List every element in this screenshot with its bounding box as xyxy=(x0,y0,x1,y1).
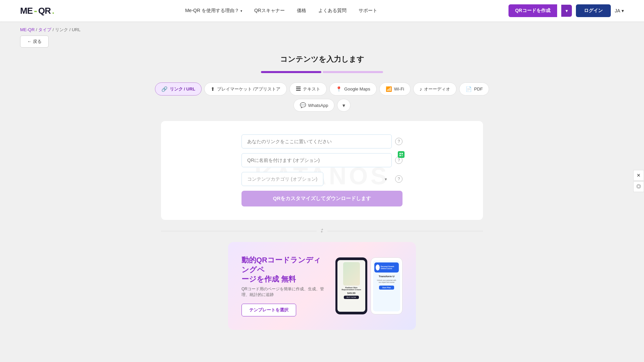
breadcrumb-current: リンク / URL xyxy=(55,27,80,32)
progress-step-2 xyxy=(323,71,383,73)
banner-description: QRコード用のページを簡単に作成、生成、管理、統計的に追跡 xyxy=(241,286,325,298)
tab-text[interactable]: ☰ テキスト xyxy=(289,82,327,96)
name-input-row: ? xyxy=(241,153,402,167)
phone-avatar xyxy=(376,264,380,270)
breadcrumb-link-type[interactable]: タイプ xyxy=(38,27,51,32)
close-icon: ✕ xyxy=(637,173,641,178)
download-button[interactable]: QRをカスタマイズしてダウンロードします xyxy=(241,191,402,206)
pdf-icon: 📄 xyxy=(466,86,472,92)
map-icon: 📍 xyxy=(336,86,342,92)
progress-step-1 xyxy=(261,71,321,73)
nav-pricing[interactable]: 価格 xyxy=(297,8,306,14)
phone-buy-button: BUY NOW xyxy=(344,296,359,299)
svg-rect-4 xyxy=(402,154,402,154)
chevron-down-icon: ▾ xyxy=(566,8,568,13)
main-content: ← 戻る コンテンツを入力します 🔗 リンク / URL ⬆ プレイマーケット … xyxy=(0,36,644,343)
wifi-icon: 📶 xyxy=(386,86,392,92)
phone-product-title: Radiant Skin Rejuvenation Cream xyxy=(339,287,364,291)
type-tabs-row2: 💬 WhatsApp ▾ xyxy=(20,99,624,112)
svg-rect-9 xyxy=(402,156,403,157)
banner-text: 動的QRコードランディングペ ージを作成 無料 QRコード用のページを簡単に作成… xyxy=(241,255,325,316)
category-help-icon[interactable]: ? xyxy=(395,175,402,183)
login-button[interactable]: ログイン xyxy=(576,4,611,17)
create-qr-button[interactable]: QRコードを作成 xyxy=(508,4,557,17)
tab-google-maps[interactable]: 📍 Google Maps xyxy=(329,82,376,96)
qr-small-icon xyxy=(398,151,405,158)
page-title: コンテンツを入力します xyxy=(20,54,624,64)
feedback-close-button[interactable]: ✕ xyxy=(633,170,644,181)
tab-whatsapp[interactable]: 💬 WhatsApp xyxy=(293,99,335,112)
text-icon: ☰ xyxy=(296,86,301,92)
nav-scanner[interactable]: QRスキャナー xyxy=(254,8,285,14)
breadcrumb: ME-QR / タイプ / リンク / URL xyxy=(0,21,644,36)
phone-price: $49.99 xyxy=(347,292,355,295)
back-button[interactable]: ← 戻る xyxy=(20,36,49,48)
svg-rect-3 xyxy=(400,154,400,154)
upload-icon: ⬆ xyxy=(211,86,215,92)
url-help-icon[interactable]: ? xyxy=(395,138,402,145)
phone-mock-2: Personal Growth Online Course Transform … xyxy=(371,257,402,314)
nav-faq[interactable]: よくある質問 xyxy=(318,8,346,14)
chevron-down-icon: ▾ xyxy=(342,102,345,109)
chevron-down-icon: ▾ xyxy=(240,9,242,13)
nav-why[interactable]: Me-QR を使用する理由？ ▾ xyxy=(185,8,242,14)
phone-product-image xyxy=(343,262,360,286)
link-icon: 🔗 xyxy=(161,86,168,92)
feedback-widget: ✕ ◎ xyxy=(633,170,644,192)
url-input-row: ? xyxy=(241,134,402,148)
breadcrumb-link-meqr[interactable]: ME-QR xyxy=(20,27,35,32)
banner-title: 動的QRコードランディングペ ージを作成 無料 xyxy=(241,255,325,284)
divider-line-right xyxy=(327,231,483,231)
more-tabs-button[interactable]: ▾ xyxy=(337,99,351,112)
language-selector[interactable]: JA ▾ xyxy=(615,8,624,13)
feedback-target-button[interactable]: ◎ xyxy=(633,181,644,192)
banner-section: 動的QRコードランディングペ ージを作成 無料 QRコード用のページを簡単に作成… xyxy=(228,242,416,330)
category-select-wrapper: コンテンツカテゴリ (オプション) xyxy=(241,172,392,186)
tab-audio[interactable]: ♪ オーーディオ xyxy=(413,82,457,96)
svg-rect-6 xyxy=(401,155,402,156)
form-area: KATANOS ? xyxy=(161,121,483,220)
banner-phones: Radiant Skin Rejuvenation Cream $49.99 B… xyxy=(335,257,402,314)
qr-name-input[interactable] xyxy=(241,153,392,167)
svg-rect-5 xyxy=(400,156,400,156)
progress-bar xyxy=(20,71,624,73)
logo[interactable]: ME-QR. xyxy=(20,5,54,16)
tab-link-url[interactable]: 🔗 リンク / URL xyxy=(155,82,202,96)
form-inner: ? xyxy=(241,134,402,206)
tab-pdf[interactable]: 📄 PDF xyxy=(459,82,489,96)
category-select[interactable]: コンテンツカテゴリ (オプション) xyxy=(241,172,323,186)
target-icon: ◎ xyxy=(636,184,641,190)
phone-body-text: Transform U Unlock your potential with o… xyxy=(374,274,399,285)
audio-icon: ♪ xyxy=(420,86,422,92)
type-tabs-row1: 🔗 リンク / URL ⬆ プレイマーケット /アプリストア ☰ テキスト 📍 … xyxy=(20,82,624,96)
main-nav: Me-QR を使用する理由？ ▾ QRスキャナー 価格 よくある質問 サポート xyxy=(185,8,377,14)
chevron-down-icon: ▾ xyxy=(622,8,624,13)
phone-mock-1: Radiant Skin Rejuvenation Cream $49.99 B… xyxy=(335,257,367,314)
tab-wifi[interactable]: 📶 Wi-Fi xyxy=(379,82,411,96)
nav-support[interactable]: サポート xyxy=(359,8,377,14)
divider-icon: ⇄ xyxy=(317,228,327,234)
phone-cta-button: Start Plan xyxy=(379,286,394,290)
banner-template-button[interactable]: テンプレートを選択 xyxy=(241,304,296,316)
svg-rect-7 xyxy=(402,155,403,156)
svg-rect-8 xyxy=(401,156,402,157)
url-input[interactable] xyxy=(241,134,392,148)
divider: ⇄ xyxy=(161,228,483,234)
tab-appstore[interactable]: ⬆ プレイマーケット /アプリストア xyxy=(204,82,287,96)
category-input-row: コンテンツカテゴリ (オプション) ? xyxy=(241,172,402,186)
whatsapp-icon: 💬 xyxy=(300,102,306,108)
divider-line-left xyxy=(161,231,317,231)
header: ME-QR. Me-QR を使用する理由？ ▾ QRスキャナー 価格 よくある質… xyxy=(0,0,644,21)
create-qr-dropdown-button[interactable]: ▾ xyxy=(561,5,572,17)
header-actions: QRコードを作成 ▾ ログイン JA ▾ xyxy=(508,4,624,17)
logo-text: ME xyxy=(20,6,33,16)
